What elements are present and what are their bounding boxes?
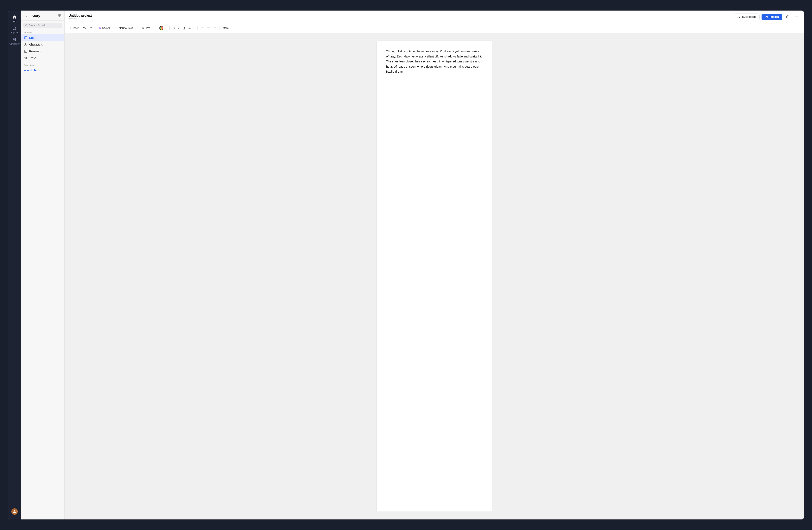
icon-bar-bottom [8,508,21,517]
home-label: Home [12,20,17,22]
svg-point-2 [13,39,15,40]
color-picker-button[interactable] [158,25,168,31]
more-label: More [223,26,229,29]
draft-label: Draft [29,36,35,39]
bold-button[interactable]: B [171,25,176,31]
your-files-label: Your files [24,64,61,66]
align-center-button[interactable] [205,26,212,31]
text-style-dropdown[interactable]: Normal Text [117,25,138,31]
svg-point-0 [13,27,16,30]
add-files-label: Add files [27,69,38,72]
font-size-button[interactable]: AA [187,26,196,31]
back-button[interactable] [24,13,30,19]
svg-point-15 [25,44,26,44]
align-left-button[interactable] [199,26,205,31]
svg-rect-7 [58,16,59,17]
editor-content[interactable]: Through fields of time, the echoes sway,… [386,49,482,74]
publish-button[interactable]: Publish [762,14,782,20]
svg-rect-6 [60,15,61,16]
layout-button[interactable] [58,14,61,18]
toolbar-divider-7 [219,26,220,30]
sidebar-item-research[interactable]: Research [21,48,64,55]
research-label: Research [29,50,41,53]
svg-point-4 [14,510,15,512]
characters-label: Characters [29,43,43,46]
svg-point-25 [796,16,797,17]
community-label: Community [10,43,20,45]
top-bar: Untitled projext 0 Words Invite people P… [64,11,804,23]
svg-point-26 [797,16,798,17]
insert-label: Insert [73,26,79,29]
main-area: Untitled projext 0 Words Invite people P… [64,11,804,519]
sidebar: Story Outline Draft Characters Research … [21,11,64,519]
undo-redo-group [81,26,95,31]
editor-area: Through fields of time, the echoes sway,… [64,33,804,519]
redo-button[interactable] [88,26,95,31]
font-dropdown[interactable]: SF Pro [140,25,155,31]
publish-label: Publish [769,15,779,18]
svg-rect-8 [60,16,61,17]
explore-label: Explore [11,31,18,33]
project-info: Untitled projext 0 Words [69,14,92,20]
sidebar-item-explore[interactable]: Explore [8,24,21,36]
italic-button[interactable]: I [177,25,180,31]
svg-point-24 [795,16,796,17]
align-right-button[interactable] [212,26,218,31]
insert-button[interactable]: Insert [68,26,81,30]
sidebar-item-community[interactable]: Community [8,36,21,47]
app-window: Home Explore Community Story [8,11,804,519]
sidebar-item-home[interactable]: Home [8,13,21,24]
more-dropdown[interactable]: More [221,25,234,31]
project-words: 0 Words [69,17,92,20]
toolbar-divider-3 [139,26,139,30]
editor-page[interactable]: Through fields of time, the echoes sway,… [377,41,492,511]
more-button[interactable] [793,14,800,20]
normal-text-label: Normal Text [119,26,133,29]
undo-button[interactable] [81,26,88,31]
search-bar[interactable] [23,23,62,28]
search-input[interactable] [29,24,60,27]
bold-label: B [172,26,175,30]
toolbar: Insert Use AI Normal Text [64,23,804,33]
sidebar-header: Story [21,11,64,21]
font-label: SF Pro [142,26,150,29]
outline-section-label: Outline [21,30,64,34]
svg-text:A: A [190,28,191,29]
use-ai-button[interactable]: Use AI [97,26,114,30]
italic-label: I [178,26,179,30]
use-ai-label: Use AI [102,26,110,29]
svg-point-9 [26,25,27,26]
sidebar-item-trash[interactable]: Trash [21,55,64,61]
underline-label: U [183,26,185,30]
project-title: Untitled projext [69,14,92,17]
invite-label: Invite people [741,15,756,18]
top-bar-actions: Invite people Publish [734,14,800,20]
trash-label: Trash [29,56,36,60]
align-group [199,26,218,31]
svg-line-1 [15,29,16,30]
icon-bar: Home Explore Community [8,11,21,519]
color-circle [159,26,163,30]
history-button[interactable] [784,14,791,20]
svg-line-10 [27,26,27,26]
add-files-button[interactable]: + Add files [24,68,61,73]
sidebar-title: Story [32,14,40,18]
files-section: Your files + Add files [21,61,64,74]
invite-button[interactable]: Invite people [734,14,759,20]
svg-marker-29 [99,27,101,29]
avatar[interactable] [11,508,18,515]
svg-rect-5 [58,15,59,16]
toolbar-divider-1 [96,26,96,30]
underline-button[interactable]: U [181,25,186,31]
svg-text:A: A [189,27,190,29]
svg-point-20 [738,16,739,17]
sidebar-item-characters[interactable]: Characters [21,41,64,48]
sidebar-item-draft[interactable]: Draft [21,34,64,41]
svg-point-3 [15,39,16,40]
